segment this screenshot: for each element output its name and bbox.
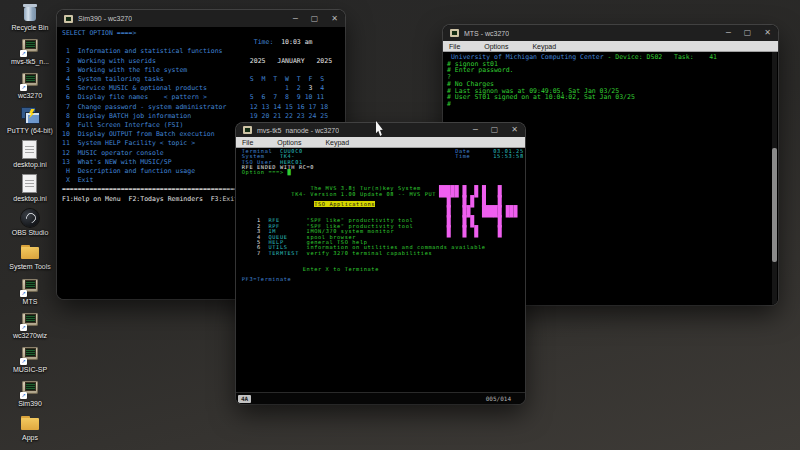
desktop-icon-music-sp[interactable]: ↗MUSIC-SP (5, 346, 55, 380)
desktop-icon-mts[interactable]: ↗MTS (5, 278, 55, 312)
window-controls: ─ ▢ ✕ (293, 15, 338, 23)
menu-options[interactable]: Options (271, 139, 311, 146)
wc3270-window-icon (243, 126, 252, 134)
desktop-icon-desktop-ini[interactable]: desktop.ini (5, 175, 55, 209)
desktop-icon-label: desktop.ini (5, 195, 55, 203)
desktop-icon-label: Sim390 (5, 400, 55, 408)
minimize-icon[interactable]: ─ (293, 15, 298, 23)
desktop-icon-apps[interactable]: Apps (5, 414, 55, 448)
sim390-titlebar[interactable]: Sim390 - wc3270 ─ ▢ ✕ (57, 10, 345, 27)
scrollbar-thumb[interactable] (772, 148, 777, 262)
desktop-icon-mvs-tk5-n-[interactable]: ↗mvs-tk5_n... (5, 38, 55, 72)
desktop-icon-label: wc3270 (5, 92, 55, 100)
wc3270-window-icon (450, 29, 459, 37)
minimize-icon[interactable]: ─ (473, 126, 478, 134)
desktop-icon-label: PuTTY (64-bit) (5, 127, 55, 135)
putty-icon (17, 107, 43, 126)
desktop-icon-label: Recycle Bin (5, 24, 55, 32)
wc3270-window-icon (64, 15, 73, 23)
folder-icon (17, 414, 43, 433)
close-icon[interactable]: ✕ (764, 29, 771, 37)
minimize-icon[interactable]: ─ (726, 29, 731, 37)
obs-icon (17, 209, 43, 228)
desktop[interactable]: { "icons": {"minimize": "─", "maximize":… (0, 0, 800, 450)
menu-keypad[interactable]: Keypad (319, 139, 359, 146)
folder-icon (17, 243, 43, 262)
menu-file[interactable]: File (443, 43, 470, 50)
close-icon[interactable]: ✕ (511, 126, 518, 134)
desktop-icon-sim390[interactable]: ↗Sim390 (5, 380, 55, 414)
terminal-icon: ↗ (17, 38, 43, 57)
desktop-icon-label: desktop.ini (5, 161, 55, 169)
oia-status-indicator: 4A (238, 395, 251, 403)
desktop-icon-obs-studio[interactable]: OBS Studio (5, 209, 55, 243)
terminal-icon: ↗ (17, 312, 43, 331)
desktop-icon-wc3270[interactable]: ↗wc3270 (5, 72, 55, 106)
terminal-icon: ↗ (17, 72, 43, 91)
desktop-icon-wc3270wiz[interactable]: ↗wc3270wiz (5, 312, 55, 346)
desktop-icon-label: wc3270wiz (5, 332, 55, 340)
desktop-icon-putty-64-bit-[interactable]: PuTTY (64-bit) (5, 107, 55, 141)
desktop-icon-desktop-ini[interactable]: desktop.ini (5, 141, 55, 175)
window-controls: ─ ▢ ✕ (726, 29, 771, 37)
tk4-window-title: mvs-tk5_nanode - wc3270 (257, 127, 339, 134)
menu-file[interactable]: File (236, 139, 263, 146)
tk4-statusbar: 4A 005/014 (236, 392, 525, 404)
mts-window-title: MTS - wc3270 (464, 30, 509, 37)
desktop-icon-label: OBS Studio (5, 229, 55, 237)
desktop-icon-label: System Tools (5, 263, 55, 271)
desktop-icon-system-tools[interactable]: System Tools (5, 243, 55, 277)
close-icon[interactable]: ✕ (331, 15, 338, 23)
window-mvs-tk5: mvs-tk5_nanode - wc3270 ─ ▢ ✕ FileOption… (236, 123, 525, 404)
maximize-icon[interactable]: ▢ (311, 15, 319, 23)
tk4-terminal-screen[interactable]: Terminal CUU0C0 Date 03.01.25 System TK4… (236, 148, 525, 393)
menu-options[interactable]: Options (478, 43, 518, 50)
terminal-icon: ↗ (17, 346, 43, 365)
mts-screen-text: University of Michigan Computing Center … (443, 52, 778, 108)
desktop-icon-label: MUSIC-SP (5, 366, 55, 374)
terminal-icon: ↗ (17, 278, 43, 297)
cursor-position-indicator: 005/014 (486, 395, 511, 402)
desktop-icon-column: Recycle Bin↗mvs-tk5_n...↗wc3270PuTTY (64… (5, 4, 55, 448)
tk4-menubar: FileOptionsKeypad (236, 137, 525, 148)
sim390-window-title: Sim390 - wc3270 (78, 15, 132, 22)
mts-scrollbar[interactable] (772, 52, 777, 305)
recycle-icon (17, 4, 43, 23)
mts-menubar: FileOptionsKeypad (443, 41, 778, 52)
desktop-icon-label: Apps (5, 434, 55, 442)
tk4-ascii-logo: █████ █ █ █ █ █ █ █ █ █ █ ██ █████ ███ █… (439, 186, 517, 236)
desktop-icon-label: MTS (5, 298, 55, 306)
window-controls: ─ ▢ ✕ (473, 126, 518, 134)
maximize-icon[interactable]: ▢ (744, 29, 752, 37)
menu-keypad[interactable]: Keypad (526, 43, 566, 50)
maximize-icon[interactable]: ▢ (491, 126, 499, 134)
file-icon (17, 175, 43, 194)
desktop-icon-label: mvs-tk5_n... (5, 58, 55, 66)
file-icon (17, 141, 43, 160)
mts-titlebar[interactable]: MTS - wc3270 ─ ▢ ✕ (443, 25, 778, 41)
desktop-icon-recycle-bin[interactable]: Recycle Bin (5, 4, 55, 38)
terminal-icon: ↗ (17, 380, 43, 399)
